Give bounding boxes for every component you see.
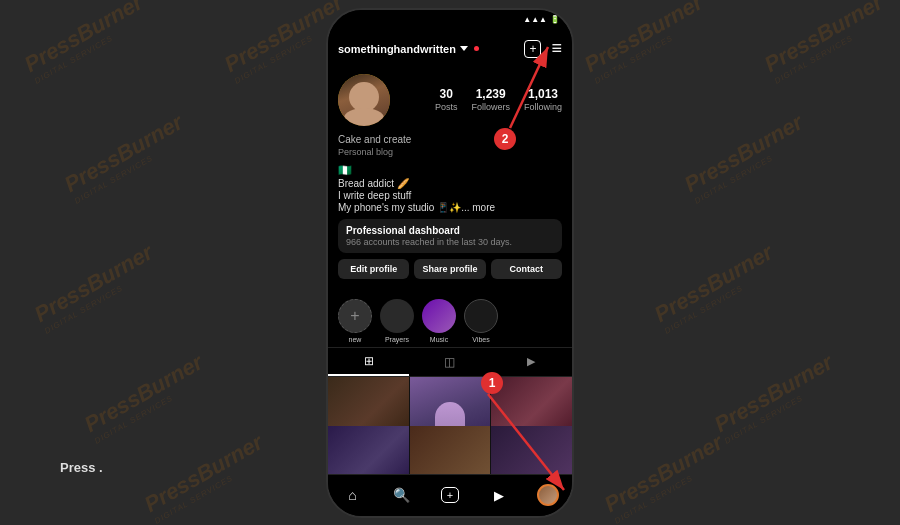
highlight-label-prayers: Prayers [385,336,409,343]
contact-button[interactable]: Contact [491,259,562,279]
watermark-11: PressBurnerDIGITAL SERVICES [140,429,272,525]
grid-icon: ⊞ [364,354,374,368]
watermark-10: PressBurnerDIGITAL SERVICES [710,349,842,445]
stat-posts: 30 Posts [435,87,458,112]
stats-row: 30 Posts 1,239 Followers 1,013 Following [435,87,562,112]
highlight-music[interactable]: Music [422,299,456,343]
chevron-down-icon [460,46,468,51]
watermark-12: PressBurnerDIGITAL SERVICES [600,429,732,525]
following-label: Following [524,102,562,112]
watermark-3: PressBurnerDIGITAL SERVICES [580,0,712,86]
nav-home[interactable]: ⌂ [334,477,370,513]
highlight-circle-prayers [380,299,414,333]
edit-profile-button[interactable]: Edit profile [338,259,409,279]
status-bar: ▲▲▲ 🔋 [328,10,572,30]
tab-grid[interactable]: ⊞ [328,348,409,376]
display-name: Cake and create [338,134,562,145]
nav-icons-group: + ≡ [524,38,562,59]
profile-avatar-nav [537,484,559,506]
pro-dashboard-subtitle: 966 accounts reached in the last 30 days… [346,237,554,247]
nav-search[interactable]: 🔍 [383,477,419,513]
posts-count: 30 [440,87,453,101]
posts-label: Posts [435,102,458,112]
tabs-row: ⊞ ◫ ▶ [328,347,572,377]
press-text: Press . [60,460,103,475]
reels-tab-icon: ▶ [527,355,535,368]
bio-line-1: Bread addict 🥖 [338,178,562,189]
highlight-label-music: Music [430,336,448,343]
action-buttons-row: Edit profile Share profile Contact [338,259,562,279]
username-area[interactable]: somethinghandwritten [338,43,479,55]
highlight-vibes[interactable]: Vibes [464,299,498,343]
followers-label: Followers [471,102,510,112]
following-count: 1,013 [528,87,558,101]
highlights-row: + new Prayers Music Vibes [328,295,572,347]
nav-add[interactable]: + [432,477,468,513]
profile-area: 30 Posts 1,239 Followers 1,013 Following… [328,68,572,295]
watermark-1: PressBurnerDIGITAL SERVICES [20,0,152,86]
menu-button[interactable]: ≡ [551,38,562,59]
tab-reels[interactable]: ▶ [491,348,572,376]
post-cell-6[interactable] [491,426,572,474]
highlight-circle-vibes [464,299,498,333]
avatar-image [338,74,390,126]
reels-icon: ▶ [494,488,504,503]
highlight-label-new: new [349,336,362,343]
stat-following: 1,013 Following [524,87,562,112]
bio-line-3: My phone's my studio 📱✨... more [338,202,562,213]
stat-followers: 1,239 Followers [471,87,510,112]
search-icon: 🔍 [393,487,410,503]
post-cell-5[interactable] [410,426,491,474]
share-profile-button[interactable]: Share profile [414,259,485,279]
status-icons: ▲▲▲ 🔋 [523,15,560,24]
posts-grid [328,377,572,474]
profile-header: 30 Posts 1,239 Followers 1,013 Following [338,74,562,126]
watermark-8: PressBurnerDIGITAL SERVICES [650,239,782,335]
tab-tagged[interactable]: ◫ [409,348,490,376]
bio-line-2: I write deep stuff [338,190,562,201]
phone-frame: ▲▲▲ 🔋 somethinghandwritten + ≡ 30 Posts [326,8,574,518]
watermark-4: PressBurnerDIGITAL SERVICES [760,0,892,86]
post-cell-4[interactable] [328,426,409,474]
flag-icon: 🇳🇬 [338,160,562,178]
category-tag: Personal blog [338,147,562,157]
watermark-5: PressBurnerDIGITAL SERVICES [60,109,192,205]
highlight-circle-music [422,299,456,333]
tagged-icon: ◫ [444,355,455,369]
pro-dashboard-box[interactable]: Professional dashboard 966 accounts reac… [338,219,562,253]
add-icon: + [441,487,459,503]
highlight-prayers[interactable]: Prayers [380,299,414,343]
watermark-7: PressBurnerDIGITAL SERVICES [30,239,162,335]
followers-count: 1,239 [476,87,506,101]
highlight-circle-new: + [338,299,372,333]
profile-bio: Cake and create Personal blog 🇳🇬 Bread a… [338,134,562,213]
avatar [338,74,390,126]
nav-profile[interactable] [530,477,566,513]
nav-reels[interactable]: ▶ [481,477,517,513]
home-icon: ⌂ [348,487,356,503]
pro-dashboard-title: Professional dashboard [346,225,554,236]
watermark-9: PressBurnerDIGITAL SERVICES [80,349,212,445]
username-text: somethinghandwritten [338,43,456,55]
highlight-new[interactable]: + new [338,299,372,343]
add-post-button[interactable]: + [524,40,541,58]
notification-dot [474,46,479,51]
top-nav: somethinghandwritten + ≡ [328,30,572,68]
highlight-label-vibes: Vibes [472,336,489,343]
watermark-6: PressBurnerDIGITAL SERVICES [680,109,812,205]
bottom-nav: ⌂ 🔍 + ▶ [328,474,572,516]
